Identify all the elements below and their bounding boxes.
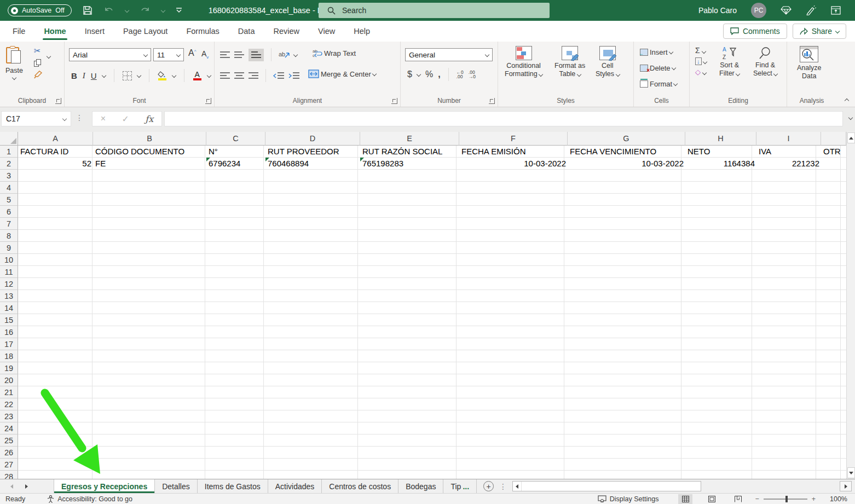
avatar[interactable]: PC	[751, 3, 766, 18]
font-dialog-launcher[interactable]	[205, 98, 211, 104]
row-header-1[interactable]: 1	[0, 146, 18, 158]
editor-pen-icon[interactable]	[806, 5, 817, 15]
decrease-indent-icon[interactable]	[273, 72, 284, 80]
cell-H1[interactable]: NETO	[685, 146, 757, 158]
column-header-F[interactable]: F	[459, 132, 568, 146]
undo-dropdown-icon[interactable]	[125, 9, 129, 12]
scroll-right-button[interactable]	[840, 481, 852, 491]
align-center-icon[interactable]	[234, 72, 244, 80]
underline-button[interactable]: U	[91, 71, 97, 80]
comma-style-icon[interactable]: ,	[438, 69, 440, 79]
redo-dropdown-icon[interactable]	[161, 9, 165, 12]
cell-styles-button[interactable]: Cell Styles	[596, 46, 620, 78]
analyze-data-button[interactable]: Analyze Data	[797, 46, 821, 80]
horizontal-scrollbar[interactable]	[512, 481, 701, 491]
borders-icon[interactable]	[123, 71, 132, 80]
scroll-up-button[interactable]	[847, 132, 855, 143]
row-header-2[interactable]: 2	[0, 158, 18, 170]
row-header-18[interactable]: 18	[0, 350, 18, 362]
row-header-11[interactable]: 11	[0, 266, 18, 278]
fill-icon[interactable]: ↓	[695, 58, 707, 65]
row-header-6[interactable]: 6	[0, 206, 18, 218]
find-select-button[interactable]: Find & Select	[753, 46, 777, 78]
delete-cells-button[interactable]: × Delete	[638, 62, 677, 74]
italic-button[interactable]: I	[83, 71, 85, 80]
search-input[interactable]: Search	[319, 3, 550, 18]
column-header-A[interactable]: A	[18, 132, 93, 146]
insert-function-icon[interactable]: ƒx	[145, 114, 153, 124]
cell-F1[interactable]: FECHA EMISIÓN	[459, 146, 568, 158]
row-headers[interactable]: 1234567891011121314151617181920212223242…	[0, 146, 18, 479]
column-headers[interactable]: ABCDEFGHI	[18, 132, 846, 146]
row-header-7[interactable]: 7	[0, 218, 18, 230]
quick-access-toolbar-icon[interactable]	[176, 8, 182, 13]
row-header-10[interactable]: 10	[0, 254, 18, 266]
number-format-select[interactable]: General	[405, 48, 493, 61]
ribbon-tab-file[interactable]: File	[3, 21, 34, 42]
save-icon[interactable]	[83, 5, 93, 15]
accounting-dropdown-icon[interactable]	[417, 72, 421, 77]
page-break-view-button[interactable]	[731, 494, 745, 504]
column-header-G[interactable]: G	[568, 132, 685, 146]
ribbon-display-options-icon[interactable]	[831, 6, 841, 15]
cell-G1[interactable]: FECHA VENCIMIENTO	[568, 146, 686, 158]
row-header-19[interactable]: 19	[0, 362, 18, 374]
sheet-tab-items-de-gastos[interactable]: Items de Gastos	[198, 479, 268, 493]
row-header-20[interactable]: 20	[0, 374, 18, 386]
accessibility-status[interactable]: Accessibility: Good to go	[47, 495, 132, 503]
number-dialog-launcher[interactable]	[489, 98, 495, 104]
ribbon-tab-formulas[interactable]: Formulas	[177, 21, 228, 42]
row-header-21[interactable]: 21	[0, 386, 18, 398]
zoom-in-button[interactable]: +	[812, 495, 816, 503]
font-color-icon[interactable]: A	[193, 71, 202, 80]
row-header-16[interactable]: 16	[0, 326, 18, 338]
cell-I1[interactable]: IVA	[756, 146, 822, 158]
cell-E2[interactable]: 765198283	[360, 158, 460, 170]
autosave-toggle[interactable]: AutoSave Off	[8, 4, 72, 16]
sheet-tab-bodegas[interactable]: Bodegas	[398, 479, 443, 493]
row-header-9[interactable]: 9	[0, 242, 18, 254]
cancel-entry-icon[interactable]: ×	[101, 114, 106, 124]
worksheet-grid[interactable]: ABCDEFGHI 123456789101112131415161718192…	[0, 132, 846, 479]
cell-C2[interactable]: 6796234	[206, 158, 266, 170]
normal-view-button[interactable]	[678, 494, 692, 504]
percent-style-icon[interactable]: %	[425, 69, 433, 79]
display-settings-button[interactable]: Display Settings	[598, 495, 659, 503]
ribbon-tab-insert[interactable]: Insert	[76, 21, 114, 42]
column-header-partial[interactable]	[821, 132, 846, 146]
autosum-icon[interactable]: Σ	[695, 46, 707, 55]
align-left-icon[interactable]	[220, 72, 230, 80]
user-name[interactable]: Pablo Caro	[698, 6, 737, 15]
redo-icon[interactable]	[140, 6, 151, 15]
vertical-scrollbar[interactable]	[846, 132, 855, 479]
cell-G2[interactable]: 10-03-2022	[568, 158, 686, 170]
decrease-font-icon[interactable]: Av	[201, 49, 209, 60]
expand-formula-bar-icon[interactable]	[848, 115, 853, 120]
cell-D2[interactable]: 760468894	[265, 158, 361, 170]
share-button[interactable]: Share	[793, 24, 846, 39]
zoom-slider[interactable]	[764, 499, 807, 500]
new-sheet-button[interactable]: +	[483, 481, 494, 491]
fill-color-icon[interactable]	[158, 71, 167, 80]
cell-A2[interactable]: 52	[18, 158, 94, 170]
cell-B1[interactable]: CÓDIGO DOCUMENTO	[93, 146, 207, 158]
insert-cells-button[interactable]: ← Insert	[638, 46, 674, 58]
align-bottom-icon[interactable]	[249, 49, 264, 61]
increase-font-icon[interactable]: A^	[188, 48, 196, 58]
copy-dropdown-icon[interactable]	[47, 54, 51, 59]
clear-icon[interactable]: ◇	[695, 68, 707, 76]
borders-dropdown-icon[interactable]	[136, 73, 141, 78]
row-header-23[interactable]: 23	[0, 410, 18, 422]
decrease-decimal-icon[interactable]: .00→0	[469, 70, 476, 79]
row-header-12[interactable]: 12	[0, 278, 18, 290]
font-size-select[interactable]: 11	[153, 48, 184, 61]
format-cells-button[interactable]: Format	[638, 78, 679, 90]
cell-F2[interactable]: 10-03-2022	[459, 158, 568, 170]
row-header-22[interactable]: 22	[0, 398, 18, 410]
column-header-D[interactable]: D	[265, 132, 360, 146]
conditional-formatting-button[interactable]: Conditional Formatting	[505, 46, 542, 78]
ribbon-tab-review[interactable]: Review	[264, 21, 309, 42]
font-name-select[interactable]: Arial	[69, 48, 151, 61]
cell-A1[interactable]: FACTURA ID	[18, 146, 94, 158]
column-header-I[interactable]: I	[756, 132, 821, 146]
